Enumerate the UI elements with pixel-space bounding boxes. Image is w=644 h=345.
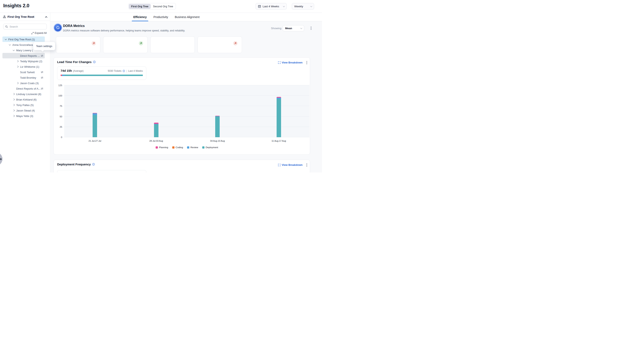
x-axis-tick-label: 21 Jul-27 Jul [88,140,101,142]
granularity-select-value: Weekly [294,5,303,8]
tab-productivity[interactable]: Productivity [153,13,168,21]
tree-item[interactable]: Jason Coats (3) [2,80,45,86]
chevron-up-icon[interactable] [45,16,47,18]
stacked-bar-04-aug-10-aug[interactable] [215,116,220,137]
tree-item[interactable]: Jason Stead (4) [2,108,45,113]
toggle-first-org-tree[interactable]: First Org Tree [129,4,150,9]
search-input[interactable] [10,25,45,28]
lead-time-title: Lead Time For Changes [57,60,96,64]
chevron-right-icon[interactable] [13,104,15,106]
tree-item-label: Teddy Wylupski (2) [20,60,42,63]
team-settings-icon[interactable] [41,54,43,57]
chevron-down-icon[interactable] [9,44,11,46]
stacked-bar-28-jul-03-aug[interactable] [154,123,158,137]
y-axis-tick-label: 0 [61,136,62,138]
expand-icon [32,32,34,34]
dora-metrics-icon [54,24,62,32]
tree-item[interactable]: Lindsay Liszewski (8) [2,91,45,97]
tree-item-label: Direct Reports of A... [16,87,40,90]
toggle-second-org-tree[interactable]: Second Org Tree [151,4,175,9]
tree-item-label: Jason Coats (3) [20,82,39,84]
tree-item[interactable]: Todd Bromley [2,75,45,80]
tree-item[interactable]: Direct Reports ... [2,53,45,58]
summary-suffix: (Average) [73,70,84,72]
tree-item[interactable]: Maya Yette (3) [2,113,45,118]
chevron-right-icon[interactable] [16,66,19,68]
chevron-down-icon[interactable] [13,49,15,51]
chevron-down-icon[interactable] [5,38,7,40]
tabs-bar: EfficiencyProductivityBusiness Alignment [50,13,322,21]
legend-item-deployment[interactable]: Deployment [202,146,218,148]
team-settings-icon[interactable] [41,76,43,79]
tree-item[interactable]: Liz Whittome (1) [2,64,45,69]
summary-period: Last 4 Weeks [128,70,143,72]
tree-item-label: Tony Pallas (5) [16,104,34,106]
stacked-bar-21-jul-27-jul[interactable] [92,113,97,137]
y-axis-tick-label: 25 [60,126,62,128]
lead-time-summary-card: 74d 15h (Average) 5030 Tickets | Last 4 … [57,66,146,80]
legend-item-review[interactable]: Review [187,146,198,148]
view-breakdown-label: View Breakdown [282,164,302,166]
view-breakdown-label: View Breakdown [282,61,302,64]
calendar-icon [258,5,261,8]
metric-card-total-deployments [103,36,148,53]
expand-all-button[interactable]: Expand All [4,32,46,35]
tree-item[interactable]: Brian Kirkland (6) [2,97,45,102]
phase-segment-review [62,74,65,76]
granularity-select[interactable]: Weekly [292,3,314,10]
dora-kebab-menu[interactable] [311,26,312,30]
chevron-right-icon[interactable] [13,93,15,95]
deployment-kebab-menu[interactable] [306,164,307,166]
tree-item[interactable]: Direct Reports of A... [2,86,45,91]
legend-label: Planning [159,146,168,148]
tree-item[interactable]: Tony Pallas (5) [2,102,45,108]
view-breakdown-link[interactable]: View Breakdown [278,61,302,64]
chevron-right-icon[interactable] [13,115,15,117]
tab-efficiency[interactable]: Efficiency [133,13,147,21]
chart-legend: PlanningCodingReviewDeployment [64,146,310,148]
bar-segment-deployment [92,115,97,137]
info-icon[interactable] [92,163,95,166]
tree-item-label: First Org Tree Root (1) [8,38,35,41]
expand-corners-icon [278,164,280,166]
dora-section-title: DORA Metrics [63,24,85,28]
lead-time-kebab-menu[interactable] [306,61,307,64]
chevron-right-icon[interactable] [13,110,15,112]
showing-label: Showing [271,27,282,30]
search-icon [5,25,8,28]
stacked-bar-11-aug-17-aug[interactable] [276,97,281,137]
info-icon[interactable] [122,70,125,72]
summary-separator: | [126,70,127,72]
tree-item[interactable]: Scott Tarkett [2,69,45,75]
showing-select[interactable]: Mean [283,25,304,32]
lead-time-title-text: Lead Time For Changes [57,60,92,64]
sidebar-header[interactable]: First Org Tree Root [0,13,50,21]
chevron-down-icon [283,5,285,7]
metric-card-lead-time-for-changes [56,36,100,53]
view-breakdown-link[interactable]: View Breakdown [278,164,302,166]
tree-item-label: Direct Reports ... [20,54,40,57]
tree-item-label: Lindsay Liszewski (8) [16,92,41,96]
team-settings-icon[interactable] [41,87,43,90]
lead-time-section: Lead Time For Changes View Breakdown 74d… [54,57,310,155]
team-settings-icon[interactable] [41,71,43,74]
tree-item-label: Anna Scozzafava [12,43,33,46]
trend-up-arrow-icon [233,41,238,46]
chevron-right-icon[interactable] [13,98,15,100]
tree-item-label: Todd Bromley [20,76,36,79]
tab-group: EfficiencyProductivityBusiness Alignment [133,13,200,21]
legend-item-coding[interactable]: Coding [172,146,183,148]
tab-business-alignment[interactable]: Business Alignment [174,13,200,21]
tree-item-label: Jason Stead (4) [16,109,35,112]
search-box[interactable] [3,24,47,30]
info-icon[interactable] [93,60,96,63]
tree-item[interactable]: First Org Tree Root (1) [2,36,45,42]
period-select[interactable]: Last 4 Weeks [256,3,287,10]
tree-item[interactable]: Teddy Wylupski (2) [2,58,45,64]
chevron-right-icon[interactable] [16,60,19,62]
legend-item-planning[interactable]: Planning [156,146,168,148]
x-axis-tick-label: 04 Aug-10 Aug [210,140,225,142]
trend-up-arrow-icon [92,41,96,46]
chevron-right-icon[interactable] [16,82,19,84]
legend-swatch [156,146,158,148]
